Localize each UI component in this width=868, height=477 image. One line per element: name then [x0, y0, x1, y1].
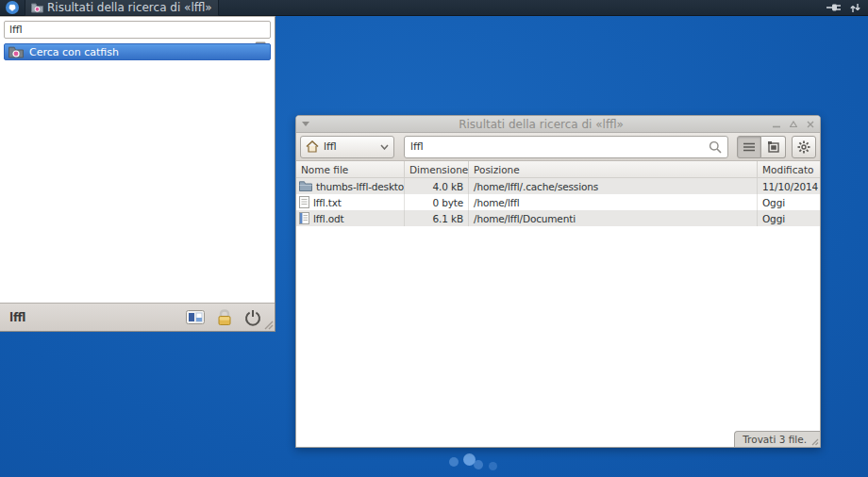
- table-row[interactable]: lffl.odt 6.1 kB /home/lffl/Documenti Ogg…: [296, 210, 820, 226]
- catfish-app-icon: [8, 46, 24, 58]
- whisker-search-input[interactable]: [4, 21, 271, 39]
- chevron-down-icon: [380, 144, 389, 150]
- panel-tray: [826, 3, 868, 13]
- catfish-window-icon: [31, 3, 43, 13]
- window-title: Risultati della ricerca di «lffl»: [309, 118, 773, 131]
- catfish-window: Risultati della ricerca di «lffl» lffl: [295, 115, 821, 448]
- whisker-menu-button[interactable]: [0, 0, 25, 16]
- wallpaper-dot: [474, 460, 483, 469]
- wallpaper-dot: [449, 457, 459, 467]
- power-icon[interactable]: [244, 309, 261, 326]
- file-size: 0 byte: [405, 194, 469, 210]
- whisker-result-catfish[interactable]: Cerca con catfish: [4, 43, 271, 60]
- settings-icon[interactable]: [186, 310, 205, 324]
- table-row[interactable]: thumbs-lffl-desktop:0 4.0 kB /home/lffl/…: [296, 178, 820, 194]
- catfish-toolbar: lffl: [296, 133, 820, 161]
- column-header-modified[interactable]: Modificato: [758, 161, 820, 177]
- file-path: /home/lffl/.cache/sessions: [469, 178, 758, 194]
- power-plug-icon[interactable]: [826, 3, 842, 12]
- minimize-icon[interactable]: [773, 121, 780, 128]
- panel-window-title: Risultati della ricerca di «lffl»: [47, 1, 212, 14]
- odt-file-icon: [299, 212, 309, 224]
- home-icon: [306, 140, 319, 153]
- catfish-search-input[interactable]: [404, 136, 728, 158]
- window-controls: [773, 121, 814, 128]
- status-text: Trovati 3 file.: [743, 434, 807, 445]
- file-name: lffl.odt: [313, 213, 344, 224]
- column-header-name[interactable]: Nome file: [296, 161, 405, 177]
- catfish-search-area: [404, 136, 728, 158]
- thumbnail-view-icon: [767, 140, 779, 153]
- close-icon[interactable]: [807, 121, 814, 128]
- window-menu-icon[interactable]: [302, 122, 309, 126]
- file-name: lffl.txt: [313, 197, 342, 208]
- list-view-icon: [743, 142, 755, 152]
- file-modified: 11/10/2014: [758, 178, 820, 194]
- location-label: lffl: [324, 140, 376, 153]
- whisker-result-label: Cerca con catfish: [29, 46, 119, 58]
- status-badge: Trovati 3 file.: [734, 431, 820, 447]
- text-file-icon: [299, 196, 309, 208]
- thumbnail-view-toggle[interactable]: [761, 136, 786, 158]
- column-header-path[interactable]: Posizione: [469, 161, 758, 177]
- catfish-results-area: Nome file Dimensione Posizione Modificat…: [296, 161, 820, 447]
- table-row[interactable]: lffl.txt 0 byte /home/lffl Oggi: [296, 194, 820, 210]
- wallpaper-dot: [463, 453, 476, 466]
- network-arrows-icon[interactable]: [850, 3, 860, 13]
- whisker-bottom-bar: lffl: [0, 303, 275, 331]
- file-name: thumbs-lffl-desktop:0: [316, 181, 405, 192]
- table-header: Nome file Dimensione Posizione Modificat…: [296, 161, 820, 178]
- resize-grip[interactable]: [811, 438, 819, 446]
- window-button-catfish[interactable]: Risultati della ricerca di «lffl»: [25, 0, 219, 16]
- folder-icon: [299, 181, 312, 191]
- file-size: 6.1 kB: [405, 210, 469, 226]
- settings-button[interactable]: [792, 136, 816, 158]
- wallpaper-dot: [489, 462, 497, 470]
- catfish-titlebar[interactable]: Risultati della ricerca di «lffl»: [296, 116, 820, 133]
- column-header-size[interactable]: Dimensione: [405, 161, 469, 177]
- whisker-menu-popup: Cerca con catfish lffl: [0, 16, 275, 332]
- lock-icon[interactable]: [217, 309, 232, 325]
- whisker-search-area: [0, 17, 275, 41]
- file-path: /home/lffl/Documenti: [469, 210, 758, 226]
- file-modified: Oggi: [758, 194, 820, 210]
- search-icon: [709, 140, 722, 154]
- whisker-actions: [186, 309, 267, 326]
- whisker-menu-icon: [6, 1, 19, 14]
- top-panel: Risultati della ricerca di «lffl»: [0, 0, 868, 16]
- username-label: lffl: [9, 311, 26, 324]
- gear-icon: [797, 140, 810, 154]
- file-path: /home/lffl: [469, 194, 758, 210]
- maximize-icon[interactable]: [790, 121, 797, 128]
- file-modified: Oggi: [758, 210, 820, 226]
- location-combobox[interactable]: lffl: [300, 136, 394, 158]
- list-view-toggle[interactable]: [737, 136, 761, 158]
- resize-grip[interactable]: [264, 321, 274, 330]
- file-size: 4.0 kB: [405, 178, 469, 194]
- whisker-results-list: Cerca con catfish: [0, 41, 275, 303]
